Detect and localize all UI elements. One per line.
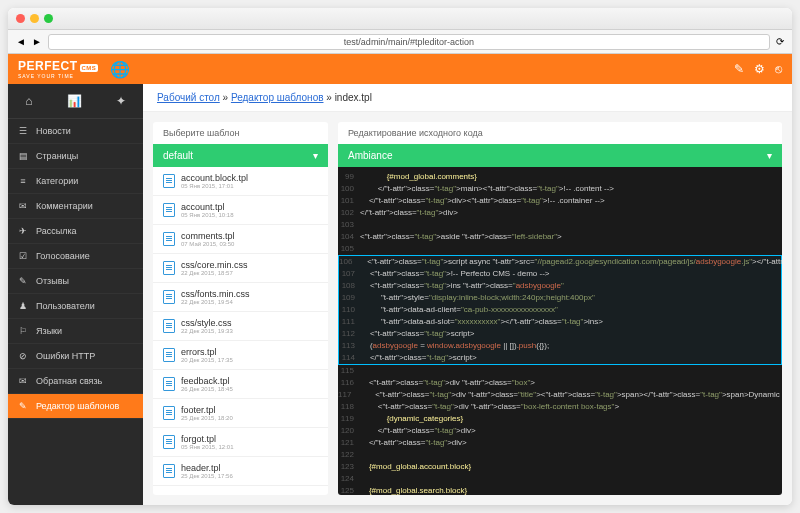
sidebar-label: Страницы [36, 151, 78, 161]
file-icon [163, 406, 175, 420]
file-date: 07 Май 2015, 03:50 [181, 241, 235, 247]
file-date: 25 Дек 2015, 17:56 [181, 473, 233, 479]
forward-icon[interactable]: ► [32, 36, 42, 47]
sidebar-icon: ⚐ [18, 326, 28, 336]
sidebar-top: ⌂ 📊 ✦ [8, 84, 143, 119]
file-item[interactable]: css/core.min.css22 Дек 2015, 18:57 [153, 254, 328, 283]
sidebar-item[interactable]: ⚐Языки [8, 319, 143, 344]
file-item[interactable]: comments.tpl07 Май 2015, 03:50 [153, 225, 328, 254]
sidebar-icon: ⊘ [18, 351, 28, 361]
file-date: 26 Дек 2015, 18:45 [181, 386, 233, 392]
reload-icon[interactable]: ⟳ [776, 36, 784, 47]
theme-select[interactable]: Ambiance▾ [338, 144, 782, 167]
sidebar-item[interactable]: ▤Страницы [8, 144, 143, 169]
code-line: {#mod_global.comments} [360, 171, 782, 183]
code-line: {dynamic_categories} [360, 413, 782, 425]
file-item[interactable]: feedback.tpl26 Дек 2015, 18:45 [153, 370, 328, 399]
line-number: 114 [339, 352, 361, 364]
sidebar-icon: ♟ [18, 301, 28, 311]
sidebar-item[interactable]: ☑Голосование [8, 244, 143, 269]
code-line: <"t-attr">class="t-tag">script async "t-… [358, 256, 782, 268]
sidebar-item[interactable]: ✉Комментарии [8, 194, 143, 219]
titlebar [8, 8, 792, 30]
line-number: 111 [339, 316, 361, 328]
sidebar-item[interactable]: ♟Пользователи [8, 294, 143, 319]
globe-icon[interactable]: 🌐 [110, 60, 130, 79]
home-icon[interactable]: ⌂ [25, 94, 32, 108]
file-icon [163, 174, 175, 188]
file-name: footer.tpl [181, 405, 233, 415]
sidebar-icon: ≡ [18, 176, 28, 186]
file-icon [163, 319, 175, 333]
file-item[interactable]: css/fonts.min.css22 Дек 2015, 19:54 [153, 283, 328, 312]
line-number: 120 [338, 425, 360, 437]
code-line: {#mod_global.search.block} [360, 485, 782, 495]
logout-icon[interactable]: ⎋ [775, 62, 782, 76]
sidebar-item[interactable]: ⊘Ошибки HTTP [8, 344, 143, 369]
line-number: 107 [339, 268, 361, 280]
sidebar-icon: ☑ [18, 251, 28, 261]
close-icon[interactable] [16, 14, 25, 23]
line-number: 105 [338, 243, 360, 255]
file-name: css/fonts.min.css [181, 289, 250, 299]
line-number: 112 [339, 328, 361, 340]
code-panel: Редактирование исходного кода Ambiance▾ … [338, 122, 782, 495]
back-icon[interactable]: ◄ [16, 36, 26, 47]
sidebar-item[interactable]: ≡Категории [8, 169, 143, 194]
file-item[interactable]: account.block.tpl05 Янв 2015, 17:01 [153, 167, 328, 196]
minimize-icon[interactable] [30, 14, 39, 23]
file-list: account.block.tpl05 Янв 2015, 17:01accou… [153, 167, 328, 495]
sidebar-label: Языки [36, 326, 62, 336]
template-select[interactable]: default▾ [153, 144, 328, 167]
file-item[interactable]: forgot.tpl05 Янв 2015, 12:01 [153, 428, 328, 457]
file-item[interactable]: account.tpl05 Янв 2015, 10:18 [153, 196, 328, 225]
code-line: "t-attr">style="display:inline-block;wid… [361, 292, 781, 304]
code-line: <"t-attr">class="t-tag">ins "t-attr">cla… [361, 280, 781, 292]
chevron-down-icon: ▾ [767, 150, 772, 161]
file-item[interactable]: css/style.css22 Дек 2015, 19:33 [153, 312, 328, 341]
stats-icon[interactable]: 📊 [67, 94, 82, 108]
puzzle-icon[interactable]: ✦ [116, 94, 126, 108]
sidebar-item[interactable]: ✉Обратная связь [8, 369, 143, 394]
edit-icon[interactable]: ✎ [734, 62, 744, 76]
file-date: 05 Янв 2015, 10:18 [181, 212, 234, 218]
settings-icon[interactable]: ⚙ [754, 62, 765, 76]
file-name: css/core.min.css [181, 260, 248, 270]
file-name: account.block.tpl [181, 173, 248, 183]
file-name: forgot.tpl [181, 434, 234, 444]
sidebar-icon: ✉ [18, 376, 28, 386]
breadcrumb-editor[interactable]: Редактор шаблонов [231, 92, 324, 103]
file-name: errors.tpl [181, 347, 233, 357]
breadcrumb-home[interactable]: Рабочий стол [157, 92, 220, 103]
code-editor[interactable]: 99 {#mod_global.comments}100 </"t-attr">… [338, 167, 782, 495]
maximize-icon[interactable] [44, 14, 53, 23]
sidebar-label: Рассылка [36, 226, 77, 236]
code-line [360, 365, 782, 377]
content: Рабочий стол » Редактор шаблонов » index… [143, 84, 792, 505]
sidebar-item[interactable]: ✎Отзывы [8, 269, 143, 294]
line-number: 117 [338, 389, 357, 401]
file-icon [163, 377, 175, 391]
sidebar-label: Категории [36, 176, 78, 186]
code-line: (adsbygoogle = window.adsbygoogle || [])… [361, 340, 781, 352]
code-line: </"t-attr">class="t-tag">script> [361, 352, 781, 364]
file-icon [163, 464, 175, 478]
code-line: </"t-attr">class="t-tag">main><"t-attr">… [360, 183, 782, 195]
file-name: account.tpl [181, 202, 234, 212]
line-number: 121 [338, 437, 360, 449]
sidebar-item[interactable]: ☰Новости [8, 119, 143, 144]
file-icon [163, 232, 175, 246]
sidebar-label: Обратная связь [36, 376, 102, 386]
sidebar-icon: ✎ [18, 276, 28, 286]
code-line [360, 243, 782, 255]
line-number: 103 [338, 219, 360, 231]
file-item[interactable]: errors.tpl20 Дек 2015, 17:35 [153, 341, 328, 370]
sidebar-label: Комментарии [36, 201, 93, 211]
file-item[interactable]: header.tpl25 Дек 2015, 17:56 [153, 457, 328, 486]
line-number: 108 [339, 280, 361, 292]
file-item[interactable]: footer.tpl25 Дек 2015, 18:20 [153, 399, 328, 428]
sidebar-item[interactable]: ✎Редактор шаблонов [8, 394, 143, 419]
url-field[interactable]: test/admin/main/#tpleditor-action [48, 34, 770, 50]
browser-window: ◄ ► test/admin/main/#tpleditor-action ⟳ … [8, 8, 792, 505]
sidebar-item[interactable]: ✈Рассылка [8, 219, 143, 244]
